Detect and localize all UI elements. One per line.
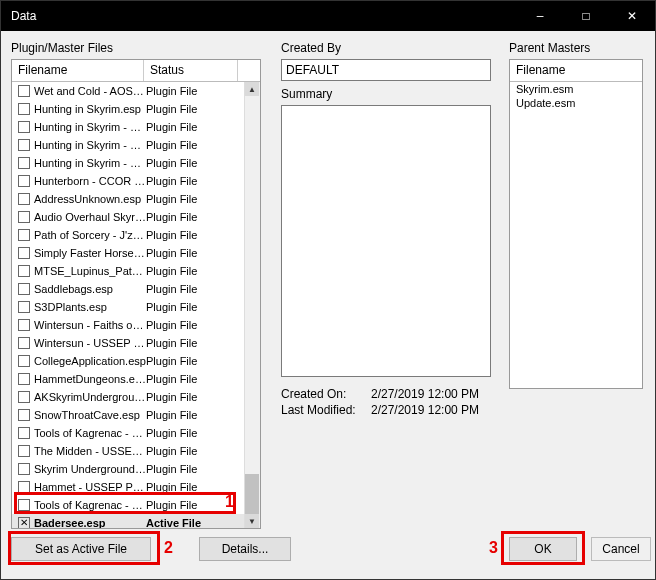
plugin-row[interactable]: Audio Overhaul Skyrim...Plugin File (12, 208, 260, 226)
plugin-checkbox[interactable] (18, 319, 30, 331)
plugin-row[interactable]: Path of Sorcery - J'zar...Plugin File (12, 226, 260, 244)
plugin-row[interactable]: Skyrim Underground ...Plugin File (12, 460, 260, 478)
plugin-checkbox[interactable] (18, 337, 30, 349)
plugin-row[interactable]: Hunting in Skyrim - CC...Plugin File (12, 118, 260, 136)
plugin-checkbox[interactable] (18, 355, 30, 367)
plugin-filename: Wintersun - USSEP P... (34, 337, 146, 349)
close-button[interactable]: ✕ (609, 1, 655, 31)
plugin-row[interactable]: The Midden - USSEP ...Plugin File (12, 442, 260, 460)
plugin-row[interactable]: Tools of Kagrenac - F...Plugin File (12, 496, 260, 514)
plugin-row[interactable]: Badersee.espActive File (12, 514, 260, 529)
plugin-filename: Audio Overhaul Skyrim... (34, 211, 146, 223)
plugin-filename: S3DPlants.esp (34, 301, 146, 313)
plugin-checkbox[interactable] (18, 175, 30, 187)
summary-textarea[interactable] (281, 105, 491, 377)
plugin-checkbox[interactable] (18, 229, 30, 241)
plugin-status: Plugin File (146, 409, 236, 421)
plugin-status: Plugin File (146, 139, 236, 151)
scroll-thumb[interactable] (245, 474, 259, 514)
plugin-row[interactable]: AddressUnknown.espPlugin File (12, 190, 260, 208)
plugin-checkbox[interactable] (18, 409, 30, 421)
parent-item[interactable]: Update.esm (510, 96, 642, 110)
plugin-status: Plugin File (146, 337, 236, 349)
details-button[interactable]: Details... (199, 537, 291, 561)
plugin-checkbox[interactable] (18, 265, 30, 277)
parent-listview[interactable]: Filename Skyrim.esmUpdate.esm (509, 59, 643, 389)
plugin-checkbox[interactable] (18, 391, 30, 403)
plugin-checkbox[interactable] (18, 517, 30, 529)
created-on-label: Created On: (281, 387, 371, 401)
created-by-label: Created By (281, 41, 491, 55)
maximize-button[interactable]: □ (563, 1, 609, 31)
scrollbar[interactable]: ▲ ▼ (244, 82, 260, 528)
plugin-row[interactable]: Hammet - USSEP Pat...Plugin File (12, 478, 260, 496)
plugin-filename: Badersee.esp (34, 517, 146, 529)
plugin-row[interactable]: Wet and Cold - AOS P...Plugin File (12, 82, 260, 100)
cancel-button[interactable]: Cancel (591, 537, 651, 561)
plugin-status: Plugin File (146, 319, 236, 331)
plugin-filename: Wintersun - Faiths of S... (34, 319, 146, 331)
set-active-button[interactable]: Set as Active File (11, 537, 151, 561)
plugin-row[interactable]: MTSE_Lupinus_Patch...Plugin File (12, 262, 260, 280)
plugin-row[interactable]: Hunting in Skyrim - CC...Plugin File (12, 154, 260, 172)
plugin-checkbox[interactable] (18, 85, 30, 97)
plugin-row[interactable]: Hunting in Skyrim.espPlugin File (12, 100, 260, 118)
plugin-row[interactable]: SnowThroatCave.espPlugin File (12, 406, 260, 424)
ok-button[interactable]: OK (509, 537, 577, 561)
plugin-row[interactable]: Simply Faster Horses (...Plugin File (12, 244, 260, 262)
plugin-checkbox[interactable] (18, 427, 30, 439)
col-status[interactable]: Status (144, 60, 238, 81)
plugin-status: Plugin File (146, 391, 236, 403)
plugin-status: Plugin File (146, 265, 236, 277)
plugin-checkbox[interactable] (18, 157, 30, 169)
parent-col-filename[interactable]: Filename (510, 60, 642, 82)
summary-label: Summary (281, 87, 491, 101)
plugin-row[interactable]: AKSkyrimUnderground...Plugin File (12, 388, 260, 406)
plugin-row[interactable]: Saddlebags.espPlugin File (12, 280, 260, 298)
plugin-filename: CollegeApplication.esp (34, 355, 146, 367)
plugin-filename: Hunterborn - CCOR P... (34, 175, 146, 187)
scroll-down-icon[interactable]: ▼ (245, 514, 259, 528)
plugin-checkbox[interactable] (18, 481, 30, 493)
plugin-status: Plugin File (146, 193, 236, 205)
plugin-checkbox[interactable] (18, 193, 30, 205)
plugin-checkbox[interactable] (18, 301, 30, 313)
titlebar[interactable]: Data – □ ✕ (1, 1, 655, 31)
plugin-checkbox[interactable] (18, 373, 30, 385)
plugin-row[interactable]: Tools of Kagrenac - U...Plugin File (12, 424, 260, 442)
plugin-row[interactable]: S3DPlants.espPlugin File (12, 298, 260, 316)
plugin-checkbox[interactable] (18, 211, 30, 223)
plugin-status: Plugin File (146, 463, 236, 475)
plugin-filename: Hunting in Skyrim - CC... (34, 121, 146, 133)
plugin-checkbox[interactable] (18, 139, 30, 151)
created-by-input[interactable] (281, 59, 491, 81)
plugin-status: Plugin File (146, 481, 236, 493)
plugin-checkbox[interactable] (18, 247, 30, 259)
parent-item[interactable]: Skyrim.esm (510, 82, 642, 96)
plugin-filename: Tools of Kagrenac - F... (34, 499, 146, 511)
plugin-checkbox[interactable] (18, 445, 30, 457)
plugin-listview[interactable]: Filename Status Wet and Cold - AOS P...P… (11, 59, 261, 529)
plugin-filename: MTSE_Lupinus_Patch... (34, 265, 146, 277)
plugin-filename: AddressUnknown.esp (34, 193, 146, 205)
plugin-checkbox[interactable] (18, 283, 30, 295)
plugins-label: Plugin/Master Files (11, 41, 261, 55)
plugin-checkbox[interactable] (18, 103, 30, 115)
plugin-checkbox[interactable] (18, 499, 30, 511)
plugin-row[interactable]: Wintersun - Faiths of S...Plugin File (12, 316, 260, 334)
data-dialog: Data – □ ✕ Plugin/Master Files Filename … (0, 0, 656, 580)
created-on-value: 2/27/2019 12:00 PM (371, 387, 479, 401)
plugin-filename: SnowThroatCave.esp (34, 409, 146, 421)
scroll-up-icon[interactable]: ▲ (245, 82, 259, 96)
plugin-row[interactable]: Hunterborn - CCOR P...Plugin File (12, 172, 260, 190)
plugin-row[interactable]: CollegeApplication.espPlugin File (12, 352, 260, 370)
col-filename[interactable]: Filename (12, 60, 144, 81)
plugin-row[interactable]: Wintersun - USSEP P...Plugin File (12, 334, 260, 352)
plugin-row[interactable]: HammetDungeons.espPlugin File (12, 370, 260, 388)
minimize-button[interactable]: – (517, 1, 563, 31)
plugin-filename: Hunting in Skyrim - US... (34, 139, 146, 151)
plugin-row[interactable]: Hunting in Skyrim - US...Plugin File (12, 136, 260, 154)
plugin-status: Plugin File (146, 247, 236, 259)
plugin-checkbox[interactable] (18, 121, 30, 133)
plugin-checkbox[interactable] (18, 463, 30, 475)
